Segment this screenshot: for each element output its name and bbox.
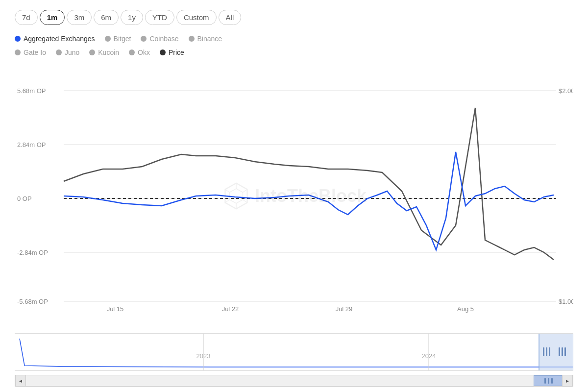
legend-item-binance[interactable]: Binance — [189, 35, 222, 43]
grip-3 — [551, 378, 553, 384]
legend-label: Bitget — [114, 35, 131, 43]
svg-rect-14 — [15, 334, 573, 370]
nav-label-2023: 2023 — [196, 352, 211, 360]
scroll-right-arrow[interactable]: ► — [562, 375, 573, 387]
chart-svg: 5.68m OP 2.84m OP 0 OP -2.84m OP -5.68m … — [15, 61, 573, 331]
x-label-aug5: Aug 5 — [457, 305, 474, 313]
legend-label: Price — [169, 49, 184, 56]
y-label-neg2: -2.84m OP — [17, 249, 48, 256]
legend-item-coinbase[interactable]: Coinbase — [141, 35, 178, 43]
time-btn-ytd[interactable]: YTD — [145, 10, 174, 25]
svg-rect-24 — [559, 347, 560, 356]
gray-line — [64, 108, 554, 260]
svg-rect-22 — [546, 347, 547, 356]
legend-label: Kucoin — [98, 49, 119, 56]
time-btn-1y[interactable]: 1y — [121, 10, 143, 25]
legend-item-kucoin[interactable]: Kucoin — [89, 49, 119, 56]
chart-legend: Aggregated Exchanges Bitget Coinbase Bin… — [15, 35, 573, 56]
legend-label: Juno — [65, 49, 79, 56]
time-btn-7d[interactable]: 7d — [15, 10, 38, 25]
legend-item-okx[interactable]: Okx — [129, 49, 150, 56]
legend-label: Binance — [197, 35, 222, 43]
legend-label: Aggregated Exchanges — [24, 35, 95, 43]
legend-item-aggregated-exchanges[interactable]: Aggregated Exchanges — [15, 35, 95, 43]
legend-item-bitget[interactable]: Bitget — [105, 35, 131, 43]
legend-item-juno[interactable]: Juno — [56, 49, 79, 56]
svg-rect-25 — [562, 347, 563, 356]
legend-dot — [89, 49, 95, 55]
legend-item-gate-io[interactable]: Gate Io — [15, 49, 46, 56]
legend-label: Coinbase — [149, 35, 178, 43]
navigator-svg: 2023 2024 — [15, 334, 573, 373]
y-label-neg5: -5.68m OP — [17, 298, 48, 305]
svg-rect-21 — [543, 347, 544, 356]
legend-dot — [56, 49, 62, 55]
legend-dot — [141, 36, 147, 42]
legend-dot — [15, 36, 21, 42]
y-label-top: 5.68m OP — [17, 87, 46, 95]
legend-dot — [129, 49, 135, 55]
time-range-buttons: 7d1m3m6m1yYTDCustomAll — [15, 10, 573, 25]
legend-label: Gate Io — [24, 49, 46, 56]
time-btn-custom[interactable]: Custom — [176, 10, 217, 25]
svg-rect-23 — [549, 347, 550, 356]
nav-label-2024: 2024 — [422, 352, 436, 360]
legend-item-price[interactable]: Price — [160, 49, 184, 56]
y-label-zero: 0 OP — [17, 195, 32, 202]
x-label-jul15: Jul 15 — [107, 305, 124, 313]
legend-dot — [160, 49, 166, 55]
legend-dot — [105, 36, 111, 42]
scrollbar-thumb[interactable] — [534, 375, 563, 386]
main-chart-area: IntoTheBlock 5.68m OP 2.84m OP 0 OP -2.8… — [15, 61, 573, 331]
svg-rect-26 — [564, 347, 566, 356]
scrollbar[interactable]: ◄ ► — [15, 375, 573, 387]
time-btn-6m[interactable]: 6m — [94, 10, 119, 25]
time-btn-3m[interactable]: 3m — [67, 10, 92, 25]
navigator-area: 2023 2024 ◄ ► — [15, 333, 573, 387]
y-right-bottom: $1.00 — [559, 298, 573, 305]
main-container: 7d1m3m6m1yYTDCustomAll Aggregated Exchan… — [0, 0, 588, 392]
y-label-2: 2.84m OP — [17, 141, 46, 148]
legend-dot — [15, 49, 21, 55]
scrollbar-track — [15, 375, 573, 386]
time-btn-1m[interactable]: 1m — [40, 10, 65, 25]
legend-label: Okx — [138, 49, 150, 56]
time-btn-all[interactable]: All — [219, 10, 242, 25]
x-label-jul22: Jul 22 — [222, 305, 239, 313]
y-right-top: $2.00 — [559, 87, 573, 95]
x-label-jul29: Jul 29 — [336, 305, 353, 313]
legend-dot — [189, 36, 195, 42]
grip-1 — [544, 378, 546, 384]
grip-2 — [548, 378, 549, 384]
